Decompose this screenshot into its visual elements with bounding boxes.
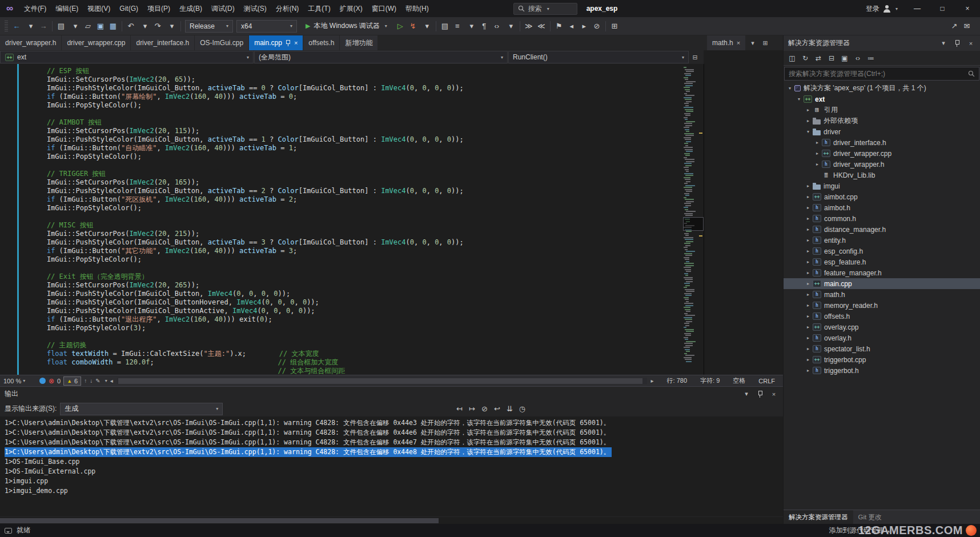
- navigate-back-icon[interactable]: ←: [10, 20, 23, 33]
- output-source-dropdown[interactable]: 生成 ▾: [60, 403, 223, 415]
- expander-icon[interactable]: ▸: [804, 270, 812, 275]
- spaces-indicator[interactable]: 空格: [733, 376, 745, 385]
- tree-item-offsets-h[interactable]: ▸hoffsets.h: [784, 311, 980, 322]
- code-line[interactable]: [30, 264, 683, 272]
- tab-driver-interface-h[interactable]: driver_interface.h: [131, 35, 195, 50]
- prev-bookmark-icon[interactable]: ◂: [565, 20, 578, 33]
- expander-icon[interactable]: ▸: [804, 281, 812, 286]
- expander-icon[interactable]: ▸: [804, 227, 812, 232]
- refresh-icon[interactable]: ↻: [799, 53, 812, 64]
- code-line[interactable]: if (ImGui::Button("其它功能", ImVec2(160, 40…: [30, 247, 683, 255]
- start-without-debugging-icon[interactable]: ▷: [394, 20, 407, 33]
- sign-in-button[interactable]: 登录 ▾: [859, 4, 905, 14]
- clear-all-icon[interactable]: ⊘: [478, 403, 491, 415]
- menu-item-f[interactable]: 文件(F): [19, 0, 51, 17]
- platform-dropdown[interactable]: x64 ▾: [236, 20, 297, 33]
- indent-icon[interactable]: ≫: [523, 20, 535, 33]
- close-icon[interactable]: ×: [966, 39, 975, 48]
- tree-item-ext[interactable]: ▾++ext: [784, 94, 980, 105]
- tree-item-entity-h[interactable]: ▸hentity.h: [784, 235, 980, 246]
- expander-icon[interactable]: ▸: [804, 249, 812, 254]
- chevron-down-icon[interactable]: ▾: [939, 39, 948, 48]
- tree-item-item[interactable]: ▸⊞引用: [784, 105, 980, 115]
- toolbar-grip[interactable]: [5, 21, 8, 32]
- prev-issue-icon[interactable]: ↑: [84, 378, 87, 384]
- output-line[interactable]: 1>C:\Users\admin\Desktop\下载管理\extv2\src\…: [5, 428, 783, 438]
- tree-item-esp-config-h[interactable]: ▸hesp_config.h: [784, 246, 980, 257]
- warnings-button[interactable]: ▲ 6: [63, 376, 81, 386]
- tree-item-apex-esp-1-1[interactable]: ▾解决方案 'apex_esp' (1 个项目，共 1 个): [784, 83, 980, 94]
- menu-item-p[interactable]: 项目(P): [143, 0, 175, 17]
- code-line[interactable]: ImGui::SetCursorPos(ImVec2(20, 215));: [30, 230, 683, 238]
- code-line[interactable]: ImGui::PushStyleColor(ImGuiCol_Button, a…: [30, 187, 683, 195]
- word-wrap-icon[interactable]: ¶: [478, 20, 491, 33]
- scrollbar-thumb[interactable]: [0, 518, 439, 523]
- new-file-icon[interactable]: ▤: [55, 20, 67, 33]
- code-line[interactable]: ImGui::PushStyleColor(ImGuiCol_ButtonHov…: [30, 298, 683, 307]
- menu-item-n[interactable]: 分析(N): [271, 0, 304, 17]
- save-all-icon[interactable]: ▦: [107, 20, 119, 33]
- editor-group-secondary[interactable]: [704, 64, 783, 375]
- panel-tab-git-changes[interactable]: Git 更改: [853, 510, 887, 524]
- add-item-icon[interactable]: ▤: [439, 20, 451, 33]
- tree-item-hkdrv-lib-lib[interactable]: ≣HKDrv_Lib.lib: [784, 170, 980, 181]
- project-dropdown[interactable]: ++ ext ▾: [0, 51, 254, 63]
- output-hscrollbar[interactable]: [0, 516, 783, 524]
- solution-search-box[interactable]: 搜索解决方案资源管理器(Ctrl+;): [784, 67, 979, 81]
- code-line[interactable]: ImGui::PushStyleColor(ImGuiCol_ButtonAct…: [30, 307, 683, 315]
- code-preview-icon[interactable]: ‹›: [491, 20, 503, 33]
- close-tab-icon[interactable]: ×: [294, 40, 298, 46]
- menu-item-h[interactable]: 帮助(H): [401, 0, 433, 17]
- zoom-control[interactable]: 100 % ▾: [3, 378, 37, 384]
- code-line[interactable]: ImGui::PopStyleColor();: [30, 101, 683, 110]
- code-line[interactable]: [30, 161, 683, 170]
- menu-item-git-g[interactable]: Git(G): [115, 0, 143, 17]
- errors-icon[interactable]: ⊗: [49, 377, 54, 385]
- tab-driver-wrapper-cpp[interactable]: driver_wrapper.cpp: [62, 35, 131, 50]
- menu-item-x[interactable]: 扩展(X): [335, 0, 367, 17]
- menu-item-e[interactable]: 编辑(E): [51, 0, 83, 17]
- code-view-icon[interactable]: ‹›: [852, 53, 864, 64]
- code-line[interactable]: if (ImGui::Button("退出程序", ImVec2(160, 40…: [30, 315, 683, 324]
- tree-item-memory-reader-h[interactable]: ▸hmemory_reader.h: [784, 300, 980, 311]
- clear-bookmarks-icon[interactable]: ⊘: [591, 20, 603, 33]
- scope-dropdown[interactable]: (全局范围) ▾: [254, 51, 508, 63]
- code-line[interactable]: // MISC 按钮: [30, 221, 683, 230]
- code-line[interactable]: ImGui::SetCursorPos(ImVec2(20, 115));: [30, 127, 683, 135]
- tree-item-aimbot-cpp[interactable]: ▸++aimbot.cpp: [784, 191, 980, 202]
- chevron-down-icon[interactable]: ▾: [465, 20, 478, 33]
- output-line[interactable]: 1>C:\Users\admin\Desktop\下载管理\extv2\src\…: [5, 418, 783, 428]
- expander-icon[interactable]: ▸: [804, 118, 812, 123]
- collapse-all-icon[interactable]: ⊟: [825, 53, 838, 64]
- expander-icon[interactable]: ▸: [804, 216, 812, 221]
- code-line[interactable]: ImGui::SetCursorPos(ImVec2(20, 265));: [30, 281, 683, 290]
- close-button[interactable]: ×: [955, 0, 980, 17]
- expander-icon[interactable]: ▸: [804, 205, 812, 210]
- expander-icon[interactable]: ▸: [804, 368, 812, 373]
- tree-item-imgui[interactable]: ▸imgui: [784, 181, 980, 191]
- code-line[interactable]: ImGui::SetCursorPos(ImVec2(20, 65));: [30, 75, 683, 84]
- menu-item-t[interactable]: 工具(T): [303, 0, 335, 17]
- code-line[interactable]: if (ImGui::Button("死区扳机", ImVec2(160, 40…: [30, 195, 683, 204]
- output-line[interactable]: 1>OS-ImGui_Base.cpp: [5, 457, 783, 467]
- toggle-word-wrap-icon[interactable]: ↩: [491, 403, 503, 415]
- expander-icon[interactable]: ▾: [786, 86, 794, 91]
- tree-item-common-h[interactable]: ▸hcommon.h: [784, 213, 980, 224]
- member-dropdown[interactable]: RunClient() ▾: [508, 51, 689, 63]
- editor-margin[interactable]: [0, 64, 17, 375]
- expander-icon[interactable]: ▸: [804, 259, 812, 265]
- tree-item-aimbot-h[interactable]: ▸haimbot.h: [784, 202, 980, 213]
- code-line[interactable]: [30, 110, 683, 118]
- bookmark-icon[interactable]: ⚑: [553, 20, 565, 33]
- code-line[interactable]: ImGui::PopStyleColor(3);: [30, 324, 683, 332]
- open-file-icon[interactable]: ▱: [82, 20, 94, 33]
- output-line[interactable]: 1>C:\Users\admin\Desktop\下载管理\extv2\src\…: [5, 438, 783, 447]
- tab-math-h[interactable]: math.h ×: [707, 35, 746, 50]
- pin-icon[interactable]: [757, 390, 763, 398]
- output-line[interactable]: 1>C:\Users\admin\Desktop\下载管理\extv2\src\…: [5, 447, 612, 457]
- code-line[interactable]: ImGui::PushStyleColor(ImGuiCol_Button, a…: [30, 84, 683, 93]
- member-list-icon[interactable]: ≡: [451, 20, 464, 33]
- goto-previous-message-icon[interactable]: ↤: [453, 403, 465, 415]
- code-line[interactable]: [30, 213, 683, 221]
- tree-item-main-cpp[interactable]: ▸++main.cpp: [784, 278, 980, 289]
